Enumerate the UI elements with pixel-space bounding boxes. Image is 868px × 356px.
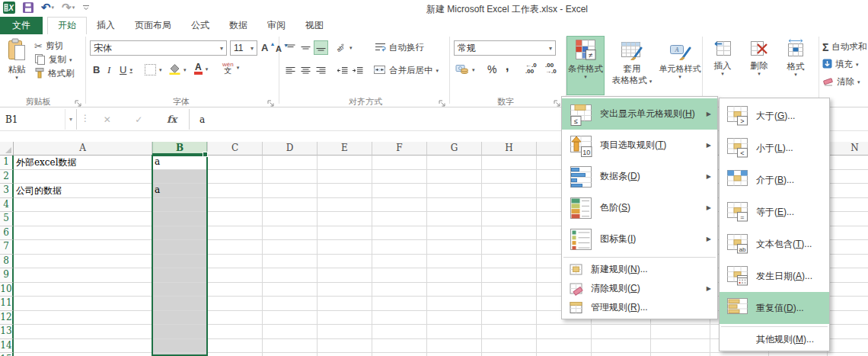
cell-D13[interactable]	[263, 325, 318, 339]
cell-B15[interactable]	[152, 353, 208, 356]
column-header-N[interactable]: N	[828, 142, 868, 156]
redo-button[interactable]: ↷▾	[62, 2, 75, 13]
cf-menu-item-new-rule[interactable]: 新建规则(N)...	[562, 260, 717, 279]
cell-G12[interactable]	[427, 311, 482, 326]
cell-B12[interactable]	[152, 311, 208, 326]
cell-I15[interactable]	[537, 353, 592, 356]
ribbon-tab[interactable]: 开始	[47, 17, 87, 34]
cell-D14[interactable]	[263, 339, 318, 354]
cell-H15[interactable]	[482, 353, 537, 356]
cell-E7[interactable]	[318, 240, 372, 255]
decrease-decimal-button[interactable]: .00→.0	[545, 62, 557, 75]
ribbon-tab[interactable]: 审阅	[257, 17, 295, 34]
cell-N6[interactable]	[828, 226, 868, 241]
fill-color-button[interactable]: ▾	[169, 63, 187, 76]
row-header-7[interactable]: 7	[0, 240, 14, 255]
column-header-F[interactable]: F	[372, 142, 427, 156]
cell-N1[interactable]	[828, 156, 868, 170]
cell-G2[interactable]	[427, 170, 482, 184]
cf-submenu-item-equal-to[interactable]: =等于(E)...	[720, 196, 829, 228]
format-painter-button[interactable]: 格式刷	[34, 67, 75, 80]
cancel-icon[interactable]: ✕	[104, 114, 111, 125]
cf-submenu-item-text-contains[interactable]: ab文本包含(T)...	[720, 228, 829, 260]
cell-D12[interactable]	[263, 311, 318, 326]
cell-N11[interactable]	[828, 297, 868, 311]
cell-B8[interactable]	[152, 255, 208, 269]
select-all-corner[interactable]	[0, 142, 14, 156]
cell-C8[interactable]	[208, 255, 263, 269]
cell-F4[interactable]	[372, 198, 427, 213]
cell-C5[interactable]	[208, 212, 263, 226]
cell-N10[interactable]	[828, 283, 868, 297]
clear-button[interactable]: 清除▾	[822, 75, 860, 88]
row-header-3[interactable]: 3	[0, 184, 14, 198]
cell-N12[interactable]	[828, 311, 868, 326]
cell-D15[interactable]	[263, 353, 318, 356]
cf-submenu-item-less-than[interactable]: <小于(L)...	[720, 132, 829, 164]
merge-center-button[interactable]: 合并后居中▾	[373, 64, 439, 77]
cell-E11[interactable]	[318, 297, 372, 311]
cell-N5[interactable]	[828, 212, 868, 226]
row-header-12[interactable]: 12	[0, 311, 14, 326]
cell-N3[interactable]	[828, 184, 868, 198]
cf-menu-item-top-bottom-rules[interactable]: 10项目选取规则(T)▶	[562, 130, 717, 161]
cell-N8[interactable]	[828, 255, 868, 269]
cell-H1[interactable]	[482, 156, 537, 170]
cell-E13[interactable]	[318, 325, 372, 339]
alignment-dialog-launcher[interactable]	[439, 97, 446, 104]
row-header-6[interactable]: 6	[0, 226, 14, 241]
accounting-format-button[interactable]: ▾	[455, 63, 475, 76]
cf-menu-item-icon-sets[interactable]: 图标集(I)▶	[562, 223, 717, 255]
align-left-button[interactable]	[283, 63, 298, 78]
ribbon-tab[interactable]: 视图	[295, 17, 333, 34]
cell-L15[interactable]	[710, 353, 769, 356]
cell-J14[interactable]	[592, 339, 651, 354]
cell-B13[interactable]	[152, 325, 208, 339]
cell-C15[interactable]	[208, 353, 263, 356]
row-header-5[interactable]: 5	[0, 212, 14, 226]
row-header-13[interactable]: 13	[0, 325, 14, 339]
cell-H4[interactable]	[482, 198, 537, 213]
cell-H9[interactable]	[482, 268, 537, 283]
cell-C11[interactable]	[208, 297, 263, 311]
cf-menu-item-manage-rules[interactable]: 管理规则(R)...	[562, 298, 717, 317]
cell-H11[interactable]	[482, 297, 537, 311]
cell-D7[interactable]	[263, 240, 318, 255]
cell-K14[interactable]	[651, 339, 710, 354]
cell-D1[interactable]	[263, 156, 318, 170]
cell-F10[interactable]	[372, 283, 427, 297]
cell-G10[interactable]	[427, 283, 482, 297]
cell-H8[interactable]	[482, 255, 537, 269]
cell-E2[interactable]	[318, 170, 372, 184]
cf-menu-item-clear-rules[interactable]: 清除规则(C)▶	[562, 279, 717, 298]
cell-E12[interactable]	[318, 311, 372, 326]
enter-icon[interactable]: ✓	[135, 114, 142, 125]
cell-B5[interactable]	[152, 212, 208, 226]
cell-F8[interactable]	[372, 255, 427, 269]
cell-F3[interactable]	[372, 184, 427, 198]
decrease-indent-button[interactable]	[335, 63, 349, 78]
cell-H3[interactable]	[482, 184, 537, 198]
cell-A1[interactable]: 外部excel数据	[14, 156, 152, 170]
row-header-1[interactable]: 1	[0, 156, 14, 170]
cf-submenu-item-duplicate-values[interactable]: 重复值(D)...	[720, 292, 829, 324]
cell-N15[interactable]	[828, 353, 868, 356]
font-size-combo[interactable]: 11▾	[230, 40, 257, 56]
format-cells-button[interactable]: 格式 ▾	[780, 37, 812, 95]
cell-H10[interactable]	[482, 283, 537, 297]
cell-C6[interactable]	[208, 226, 263, 241]
cell-A4[interactable]	[14, 198, 152, 213]
cell-N4[interactable]	[828, 198, 868, 213]
column-header-H[interactable]: H	[482, 142, 537, 156]
cell-F1[interactable]	[372, 156, 427, 170]
cell-C7[interactable]	[208, 240, 263, 255]
cell-A11[interactable]	[14, 297, 152, 311]
underline-button[interactable]: U▾	[120, 63, 132, 76]
cell-C12[interactable]	[208, 311, 263, 326]
cell-E4[interactable]	[318, 198, 372, 213]
cell-E14[interactable]	[318, 339, 372, 354]
cell-A15[interactable]	[14, 353, 152, 356]
cell-E10[interactable]	[318, 283, 372, 297]
font-dialog-launcher[interactable]	[267, 97, 275, 104]
orientation-button[interactable]: ab▾	[335, 41, 353, 54]
